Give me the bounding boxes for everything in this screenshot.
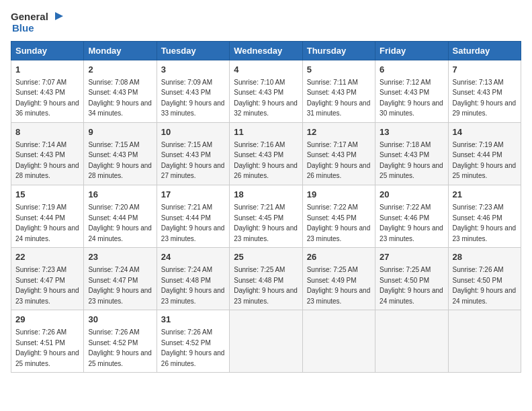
- weekday-header-monday: Monday: [84, 41, 157, 60]
- day-number: 25: [234, 251, 298, 263]
- day-info: Sunrise: 7:26 AMSunset: 4:50 PMDaylight:…: [453, 266, 517, 305]
- svg-marker-0: [55, 12, 63, 20]
- day-info: Sunrise: 7:22 AMSunset: 4:46 PMDaylight:…: [380, 203, 443, 242]
- calendar-cell: 20Sunrise: 7:22 AMSunset: 4:46 PMDayligh…: [375, 185, 448, 247]
- day-info: Sunrise: 7:10 AMSunset: 4:43 PMDaylight:…: [234, 79, 298, 118]
- day-info: Sunrise: 7:15 AMSunset: 4:43 PMDaylight:…: [88, 141, 152, 180]
- day-info: Sunrise: 7:16 AMSunset: 4:43 PMDaylight:…: [234, 141, 298, 180]
- calendar-cell: 14Sunrise: 7:19 AMSunset: 4:44 PMDayligh…: [448, 122, 521, 185]
- day-number: 29: [15, 314, 79, 326]
- calendar-cell: 21Sunrise: 7:23 AMSunset: 4:46 PMDayligh…: [448, 185, 521, 247]
- weekday-header-friday: Friday: [375, 41, 448, 60]
- calendar-cell: 28Sunrise: 7:26 AMSunset: 4:50 PMDayligh…: [448, 248, 521, 310]
- day-info: Sunrise: 7:19 AMSunset: 4:44 PMDaylight:…: [15, 203, 79, 242]
- day-number: 17: [161, 189, 225, 201]
- day-info: Sunrise: 7:25 AMSunset: 4:49 PMDaylight:…: [307, 266, 371, 305]
- calendar-cell: 29Sunrise: 7:26 AMSunset: 4:51 PMDayligh…: [11, 310, 84, 373]
- page-header: General Blue: [11, 11, 521, 34]
- calendar-cell: 16Sunrise: 7:20 AMSunset: 4:44 PMDayligh…: [84, 185, 157, 247]
- calendar-cell: [448, 310, 521, 373]
- calendar-cell: 27Sunrise: 7:25 AMSunset: 4:50 PMDayligh…: [375, 248, 448, 310]
- calendar-cell: 30Sunrise: 7:26 AMSunset: 4:52 PMDayligh…: [84, 310, 157, 373]
- day-number: 21: [453, 189, 517, 201]
- calendar-cell: [230, 310, 302, 373]
- day-number: 12: [307, 126, 371, 138]
- day-number: 22: [15, 251, 79, 263]
- calendar-cell: 23Sunrise: 7:24 AMSunset: 4:47 PMDayligh…: [84, 248, 157, 310]
- day-number: 28: [453, 251, 517, 263]
- calendar-week-1: 1Sunrise: 7:07 AMSunset: 4:43 PMDaylight…: [11, 60, 521, 122]
- day-number: 9: [88, 126, 152, 138]
- calendar-cell: 19Sunrise: 7:22 AMSunset: 4:45 PMDayligh…: [302, 185, 375, 247]
- day-info: Sunrise: 7:23 AMSunset: 4:46 PMDaylight:…: [453, 203, 517, 242]
- day-number: 7: [453, 64, 517, 76]
- logo-flag-icon: [50, 11, 64, 23]
- day-number: 20: [380, 189, 443, 201]
- calendar-cell: 4Sunrise: 7:10 AMSunset: 4:43 PMDaylight…: [230, 60, 302, 122]
- calendar-cell: [302, 310, 375, 373]
- calendar-cell: 22Sunrise: 7:23 AMSunset: 4:47 PMDayligh…: [11, 248, 84, 310]
- calendar-cell: 12Sunrise: 7:17 AMSunset: 4:43 PMDayligh…: [302, 122, 375, 185]
- calendar-week-2: 8Sunrise: 7:14 AMSunset: 4:43 PMDaylight…: [11, 122, 521, 185]
- day-info: Sunrise: 7:09 AMSunset: 4:43 PMDaylight:…: [161, 79, 225, 118]
- day-info: Sunrise: 7:15 AMSunset: 4:43 PMDaylight:…: [161, 141, 225, 180]
- calendar-cell: 13Sunrise: 7:18 AMSunset: 4:43 PMDayligh…: [375, 122, 448, 185]
- weekday-header-saturday: Saturday: [448, 41, 521, 60]
- day-number: 26: [307, 251, 371, 263]
- day-info: Sunrise: 7:21 AMSunset: 4:45 PMDaylight:…: [234, 203, 298, 242]
- day-number: 18: [234, 189, 298, 201]
- day-info: Sunrise: 7:08 AMSunset: 4:43 PMDaylight:…: [88, 79, 152, 118]
- calendar-week-3: 15Sunrise: 7:19 AMSunset: 4:44 PMDayligh…: [11, 185, 521, 247]
- day-info: Sunrise: 7:23 AMSunset: 4:47 PMDaylight:…: [15, 266, 79, 305]
- calendar-cell: 25Sunrise: 7:25 AMSunset: 4:48 PMDayligh…: [230, 248, 302, 310]
- calendar-cell: 26Sunrise: 7:25 AMSunset: 4:49 PMDayligh…: [302, 248, 375, 310]
- day-info: Sunrise: 7:11 AMSunset: 4:43 PMDaylight:…: [307, 79, 371, 118]
- day-number: 31: [161, 314, 225, 326]
- day-info: Sunrise: 7:18 AMSunset: 4:43 PMDaylight:…: [380, 141, 443, 180]
- day-number: 4: [234, 64, 298, 76]
- calendar-cell: 24Sunrise: 7:24 AMSunset: 4:48 PMDayligh…: [157, 248, 229, 310]
- day-number: 3: [161, 64, 225, 76]
- day-info: Sunrise: 7:25 AMSunset: 4:50 PMDaylight:…: [380, 266, 443, 305]
- day-number: 2: [88, 64, 152, 76]
- weekday-header-row: SundayMondayTuesdayWednesdayThursdayFrid…: [11, 41, 521, 60]
- day-info: Sunrise: 7:26 AMSunset: 4:51 PMDaylight:…: [15, 328, 79, 367]
- calendar-table: SundayMondayTuesdayWednesdayThursdayFrid…: [11, 41, 521, 373]
- calendar-cell: 17Sunrise: 7:21 AMSunset: 4:44 PMDayligh…: [157, 185, 229, 247]
- day-number: 24: [161, 251, 225, 263]
- day-info: Sunrise: 7:14 AMSunset: 4:43 PMDaylight:…: [15, 141, 79, 180]
- weekday-header-tuesday: Tuesday: [157, 41, 229, 60]
- day-number: 14: [453, 126, 517, 138]
- day-info: Sunrise: 7:25 AMSunset: 4:48 PMDaylight:…: [234, 266, 298, 305]
- day-info: Sunrise: 7:24 AMSunset: 4:47 PMDaylight:…: [88, 266, 152, 305]
- day-info: Sunrise: 7:20 AMSunset: 4:44 PMDaylight:…: [88, 203, 152, 242]
- weekday-header-wednesday: Wednesday: [230, 41, 302, 60]
- day-number: 5: [307, 64, 371, 76]
- day-info: Sunrise: 7:12 AMSunset: 4:43 PMDaylight:…: [380, 79, 443, 118]
- day-info: Sunrise: 7:26 AMSunset: 4:52 PMDaylight:…: [88, 328, 152, 367]
- calendar-cell: 10Sunrise: 7:15 AMSunset: 4:43 PMDayligh…: [157, 122, 229, 185]
- calendar-cell: 2Sunrise: 7:08 AMSunset: 4:43 PMDaylight…: [84, 60, 157, 122]
- calendar-cell: 6Sunrise: 7:12 AMSunset: 4:43 PMDaylight…: [375, 60, 448, 122]
- calendar-cell: 9Sunrise: 7:15 AMSunset: 4:43 PMDaylight…: [84, 122, 157, 185]
- day-number: 8: [15, 126, 79, 138]
- calendar-cell: 15Sunrise: 7:19 AMSunset: 4:44 PMDayligh…: [11, 185, 84, 247]
- day-info: Sunrise: 7:13 AMSunset: 4:43 PMDaylight:…: [453, 79, 517, 118]
- day-number: 13: [380, 126, 443, 138]
- day-info: Sunrise: 7:21 AMSunset: 4:44 PMDaylight:…: [161, 203, 225, 242]
- day-info: Sunrise: 7:17 AMSunset: 4:43 PMDaylight:…: [307, 141, 371, 180]
- day-info: Sunrise: 7:22 AMSunset: 4:45 PMDaylight:…: [307, 203, 371, 242]
- day-number: 1: [15, 64, 79, 76]
- day-number: 30: [88, 314, 152, 326]
- day-info: Sunrise: 7:19 AMSunset: 4:44 PMDaylight:…: [453, 141, 517, 180]
- day-number: 11: [234, 126, 298, 138]
- day-number: 10: [161, 126, 225, 138]
- calendar-week-5: 29Sunrise: 7:26 AMSunset: 4:51 PMDayligh…: [11, 310, 521, 373]
- logo-general: General: [11, 11, 48, 23]
- weekday-header-thursday: Thursday: [302, 41, 375, 60]
- calendar-cell: 5Sunrise: 7:11 AMSunset: 4:43 PMDaylight…: [302, 60, 375, 122]
- day-number: 23: [88, 251, 152, 263]
- calendar-cell: 11Sunrise: 7:16 AMSunset: 4:43 PMDayligh…: [230, 122, 302, 185]
- calendar-week-4: 22Sunrise: 7:23 AMSunset: 4:47 PMDayligh…: [11, 248, 521, 310]
- day-info: Sunrise: 7:07 AMSunset: 4:43 PMDaylight:…: [15, 79, 79, 118]
